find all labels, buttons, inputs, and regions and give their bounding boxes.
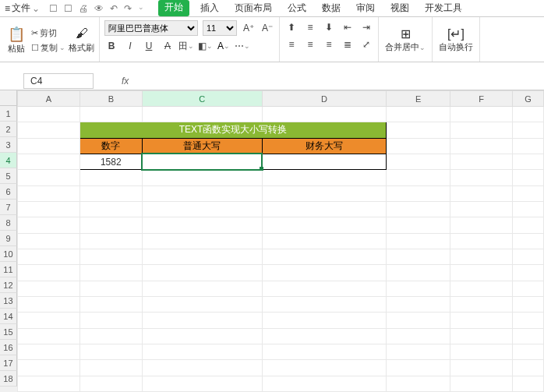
align-middle-icon[interactable]: ≡ — [303, 20, 317, 34]
row-header-15[interactable]: 15 — [0, 324, 17, 340]
row-header-13[interactable]: 13 — [0, 293, 17, 309]
preview-icon[interactable]: 👁 — [94, 3, 104, 14]
more-font-button[interactable]: ⋯⌄ — [235, 39, 249, 53]
cell-E7[interactable] — [387, 201, 450, 217]
increase-font-icon[interactable]: A⁺ — [242, 21, 256, 35]
redo-icon[interactable]: ↷ — [124, 3, 132, 14]
cell-B5[interactable] — [79, 170, 142, 185]
tab-dev[interactable]: 开发工具 — [420, 0, 467, 16]
cell-E1[interactable] — [387, 107, 450, 122]
cell-D16[interactable] — [262, 344, 387, 359]
bold-button[interactable]: B — [104, 39, 118, 53]
border-button[interactable]: 田⌄ — [179, 39, 193, 53]
wrap-text-button[interactable]: [↵] 自动换行 — [433, 17, 480, 62]
cell-E17[interactable] — [387, 360, 450, 376]
row-header-2[interactable]: 2 — [0, 122, 17, 137]
col-header-G[interactable]: G — [513, 91, 544, 107]
cell-F13[interactable] — [450, 296, 513, 312]
tab-layout[interactable]: 页面布局 — [230, 0, 277, 16]
header-h2[interactable]: 普通大写 — [142, 138, 262, 154]
cell-F12[interactable] — [450, 281, 513, 296]
cell-B15[interactable] — [79, 328, 142, 344]
cell-G9[interactable] — [513, 233, 544, 249]
align-top-icon[interactable]: ⬆ — [284, 20, 298, 34]
cell-A12[interactable] — [17, 281, 79, 296]
tab-view[interactable]: 视图 — [386, 0, 414, 16]
cell-B13[interactable] — [79, 296, 142, 312]
row-header-12[interactable]: 12 — [0, 277, 17, 293]
file-menu[interactable]: ≡文件⌄ — [0, 0, 44, 16]
cell-B16[interactable] — [79, 344, 142, 359]
paste-button[interactable]: 📋 粘贴 — [5, 26, 28, 55]
row-header-10[interactable]: 10 — [0, 246, 17, 262]
cell-A1[interactable] — [17, 107, 79, 122]
col-header-B[interactable]: B — [79, 91, 142, 107]
cut-button[interactable]: ✂剪切 — [31, 27, 65, 39]
align-right-icon[interactable]: ≡ — [322, 37, 336, 51]
cell-F7[interactable] — [450, 201, 513, 217]
row-header-16[interactable]: 16 — [0, 340, 17, 355]
cell-D18[interactable] — [262, 376, 387, 391]
cell-E12[interactable] — [387, 281, 450, 296]
header-h3[interactable]: 财务大写 — [262, 138, 387, 154]
merge-center-button[interactable]: ⊞ 合并居中⌄ — [379, 17, 433, 62]
cell-D11[interactable] — [262, 265, 387, 281]
cell-C14[interactable] — [142, 313, 262, 328]
row-header-7[interactable]: 7 — [0, 200, 17, 215]
cell-G10[interactable] — [513, 249, 544, 264]
cell-D12[interactable] — [262, 281, 387, 296]
cell-G14[interactable] — [513, 313, 544, 328]
cell-A16[interactable] — [17, 344, 79, 359]
cell-F14[interactable] — [450, 313, 513, 328]
cell-B7[interactable] — [79, 201, 142, 217]
orientation-icon[interactable]: ⤢ — [359, 37, 373, 51]
tab-start[interactable]: 开始 — [158, 0, 189, 16]
row-header-14[interactable]: 14 — [0, 309, 17, 324]
cell-C4[interactable] — [142, 154, 262, 169]
cell-B11[interactable] — [79, 265, 142, 281]
cell-F5[interactable] — [450, 170, 513, 185]
col-header-E[interactable]: E — [387, 91, 450, 107]
name-box[interactable]: C4 — [23, 73, 94, 89]
cell-C15[interactable] — [142, 328, 262, 344]
indent-right-icon[interactable]: ⇥ — [359, 20, 373, 34]
font-color-button[interactable]: A⌄ — [217, 39, 231, 53]
row-header-18[interactable]: 18 — [0, 371, 17, 387]
tab-insert[interactable]: 插入 — [196, 0, 224, 16]
cell-D7[interactable] — [262, 201, 387, 217]
decrease-font-icon[interactable]: A⁻ — [260, 21, 274, 35]
format-painter-button[interactable]: 🖌 格式刷 — [69, 26, 94, 54]
cell-A5[interactable] — [17, 170, 79, 185]
cell-B8[interactable] — [79, 217, 142, 233]
tab-review[interactable]: 审阅 — [351, 0, 380, 16]
cell-B17[interactable] — [79, 360, 142, 376]
cell-F15[interactable] — [450, 328, 513, 344]
cell-A17[interactable] — [17, 360, 79, 376]
cell-C8[interactable] — [142, 217, 262, 233]
copy-button[interactable]: ☐复制⌄ — [31, 42, 65, 54]
cell-E15[interactable] — [387, 328, 450, 344]
fill-color-button[interactable]: ◧⌄ — [198, 39, 212, 53]
select-all-corner[interactable] — [0, 90, 17, 106]
cell-G15[interactable] — [513, 328, 544, 344]
row-header-11[interactable]: 11 — [0, 262, 17, 277]
cell-A7[interactable] — [17, 201, 79, 217]
cell-D13[interactable] — [262, 296, 387, 312]
row-header-5[interactable]: 5 — [0, 168, 17, 184]
cell-C1[interactable] — [142, 107, 262, 122]
cell-C10[interactable] — [142, 249, 262, 264]
row-header-6[interactable]: 6 — [0, 184, 17, 200]
cell-D8[interactable] — [262, 217, 387, 233]
cell-E13[interactable] — [387, 296, 450, 312]
align-center-icon[interactable]: ≡ — [303, 37, 317, 51]
cell-A11[interactable] — [17, 265, 79, 281]
cell-E8[interactable] — [387, 217, 450, 233]
print-icon[interactable]: 🖨 — [79, 3, 88, 14]
cell-F18[interactable] — [450, 376, 513, 391]
cell-C16[interactable] — [142, 344, 262, 359]
cell-D1[interactable] — [262, 107, 387, 122]
save-as-icon[interactable]: ☐ — [64, 3, 72, 14]
formula-input[interactable] — [135, 73, 544, 89]
row-header-1[interactable]: 1 — [0, 106, 17, 122]
row-header-4[interactable]: 4 — [0, 153, 17, 168]
